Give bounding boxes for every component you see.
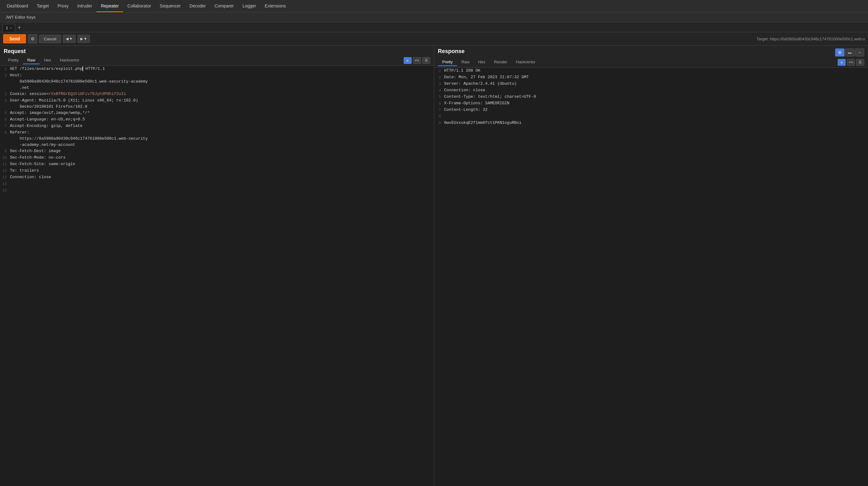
response-tab-raw[interactable]: Raw <box>457 58 474 66</box>
response-line-9: 9 0wvEUxxukqE2f1mm8fct1PKN1oguRBxi <box>434 120 868 126</box>
newline-icon: ↵n <box>415 59 419 62</box>
request-newline-button[interactable]: ↵n <box>413 57 421 64</box>
request-menu-button[interactable]: ☰ <box>422 57 430 64</box>
request-line-7: 7 Accept-Encoding: gzip, deflate <box>0 123 434 130</box>
nav-next-button[interactable]: ▶ ▼ <box>78 35 90 43</box>
response-panel: Response ⊞ ▬ ▪ Pretty Raw Hex Rend <box>434 46 868 486</box>
response-line-1: 1 HTTP/1.1 200 OK <box>434 68 868 74</box>
view-hide-button[interactable]: ▪ <box>855 49 864 56</box>
nav-comparer[interactable]: Comparer <box>210 0 238 12</box>
nav-dashboard[interactable]: Dashboard <box>2 0 33 12</box>
response-line-4: 4 Connection: close <box>434 87 868 94</box>
request-code-area[interactable]: 1 GET /files/avatars/exploit.php​ HTTP/1… <box>0 66 434 486</box>
response-panel-header: Response ⊞ ▬ ▪ Pretty Raw Hex Rend <box>434 46 868 68</box>
nav-extensions[interactable]: Extensions <box>260 0 290 12</box>
sub-navigation: JWT Editor Keys <box>0 12 868 22</box>
response-line-7: 7 Content-Length: 32 <box>434 107 868 113</box>
request-line-15: 15 <box>0 187 434 194</box>
list-icon2: ≡ <box>841 60 843 64</box>
nav-decoder[interactable]: Decoder <box>185 0 210 12</box>
request-tab-hex[interactable]: Hex <box>40 56 56 64</box>
response-menu-button[interactable]: ☰ <box>856 59 864 66</box>
nav-sequencer[interactable]: Sequencer <box>155 0 185 12</box>
request-tabs: Pretty Raw Hex Hackvertor ≡ ↵n ☰ <box>4 56 430 64</box>
list-icon: ≡ <box>406 59 408 62</box>
request-line-9: 9 Sec-Fetch-Dest: image <box>0 148 434 154</box>
response-tab-pretty[interactable]: Pretty <box>438 58 457 66</box>
hide-icon: ▪ <box>859 50 860 55</box>
chevron-left-icon: ◀ <box>66 37 68 41</box>
main-content: Request Pretty Raw Hex Hackvertor ≡ ↵n ☰ <box>0 46 868 486</box>
tab-bar: 1 × + <box>0 22 868 32</box>
response-line-5: 5 Content-Type: text/html; charset=UTF-8 <box>434 94 868 100</box>
response-tab-hackvertor[interactable]: Hackvertor <box>512 58 540 66</box>
chevron-right-icon: ▶ <box>80 37 83 41</box>
nav-collaborator[interactable]: Collaborator <box>123 0 155 12</box>
request-line-4: 4 User-Agent: Mozilla/5.0 (X11; Linux x8… <box>0 97 434 110</box>
chevron-down-icon2: ▼ <box>84 37 87 41</box>
response-tab-render[interactable]: Render <box>490 58 512 66</box>
response-tab-icons: ≡ ↵n ☰ <box>838 59 864 66</box>
menu-icon: ☰ <box>425 58 428 62</box>
request-line-6: 6 Accept-Language: en-US,en;q=0.5 <box>0 116 434 123</box>
request-format-button[interactable]: ≡ <box>404 57 412 64</box>
request-line-8: 8 Referer: https://0a5900a90430c946c1747… <box>0 130 434 148</box>
add-tab-button[interactable]: + <box>16 25 23 31</box>
request-line-5: 5 Accept: image/avif,image/webp,*/* <box>0 110 434 116</box>
request-line-1: 1 GET /files/avatars/exploit.php​ HTTP/1… <box>0 66 434 72</box>
view-split-button[interactable]: ⊞ <box>835 49 844 56</box>
nav-repeater[interactable]: Repeater <box>96 0 123 12</box>
request-line-11: 11 Sec-Fetch-Site: same-origin <box>0 161 434 168</box>
response-line-3: 3 Server: Apache/2.4.41 (Ubuntu) <box>434 81 868 87</box>
response-tabs: Pretty Raw Hex Render Hackvertor ≡ ↵n ☰ <box>438 58 865 66</box>
chevron-down-icon: ▼ <box>69 37 73 41</box>
settings-button[interactable]: ⚙ <box>28 34 37 44</box>
request-tab-icons: ≡ ↵n ☰ <box>404 57 430 64</box>
request-panel: Request Pretty Raw Hex Hackvertor ≡ ↵n ☰ <box>0 46 434 486</box>
nav-prev-button[interactable]: ◀ ▼ <box>63 35 75 43</box>
request-tab-hackvertor[interactable]: Hackvertor <box>56 56 84 64</box>
response-format-button[interactable]: ≡ <box>838 59 846 66</box>
send-button[interactable]: Send <box>3 34 26 44</box>
single-icon: ▬ <box>848 50 851 55</box>
request-line-12: 12 Te: trailers <box>0 168 434 174</box>
nav-target[interactable]: Target <box>33 0 53 12</box>
nav-logger[interactable]: Logger <box>238 0 260 12</box>
repeater-tab-1[interactable]: 1 × <box>2 24 15 32</box>
tab-close-icon[interactable]: × <box>10 26 12 30</box>
nav-proxy[interactable]: Proxy <box>53 0 73 12</box>
response-line-2: 2 Date: Mon, 27 Feb 2023 21:07:32 GMT <box>434 74 868 81</box>
response-tab-hex[interactable]: Hex <box>474 58 490 66</box>
view-single-button[interactable]: ▬ <box>845 49 855 56</box>
request-line-10: 10 Sec-Fetch-Mode: no-cors <box>0 154 434 161</box>
request-tab-pretty[interactable]: Pretty <box>4 56 23 64</box>
view-icons: ⊞ ▬ ▪ <box>835 49 864 56</box>
request-title: Request <box>4 48 430 55</box>
response-newline-button[interactable]: ↵n <box>847 59 855 66</box>
request-line-2: 2 Host: 0a5900a90430c946c174761000e500c1… <box>0 72 434 91</box>
request-line-14: 14 <box>0 181 434 187</box>
response-title: Response <box>438 48 465 55</box>
sub-nav-jwt-editor-keys[interactable]: JWT Editor Keys <box>2 13 39 21</box>
response-line-8: 8 <box>434 113 868 120</box>
response-line-6: 6 X-Frame-Options: SAMEORIGIN <box>434 100 868 107</box>
toolbar: Send ⚙ Cancel ◀ ▼ ▶ ▼ Target: https://0a… <box>0 32 868 46</box>
cancel-button[interactable]: Cancel <box>39 35 61 43</box>
request-tab-raw[interactable]: Raw <box>23 56 40 64</box>
split-icon: ⊞ <box>838 50 841 55</box>
request-line-3: 3 Cookie: session=rVsBfRGrEQ1FiGFiv79Jyh… <box>0 91 434 97</box>
response-code-area[interactable]: 1 HTTP/1.1 200 OK 2 Date: Mon, 27 Feb 20… <box>434 68 868 486</box>
nav-intruder[interactable]: Intruder <box>73 0 96 12</box>
newline-icon2: ↵n <box>849 60 853 64</box>
gear-icon: ⚙ <box>31 36 35 41</box>
target-label: Target: https://0a5900a90430c946c1747610… <box>756 37 865 41</box>
request-panel-header: Request Pretty Raw Hex Hackvertor ≡ ↵n ☰ <box>0 46 434 66</box>
top-navigation: Dashboard Target Proxy Intruder Repeater… <box>0 0 868 12</box>
request-line-13: 13 Connection: close <box>0 174 434 181</box>
menu-icon2: ☰ <box>859 60 862 64</box>
